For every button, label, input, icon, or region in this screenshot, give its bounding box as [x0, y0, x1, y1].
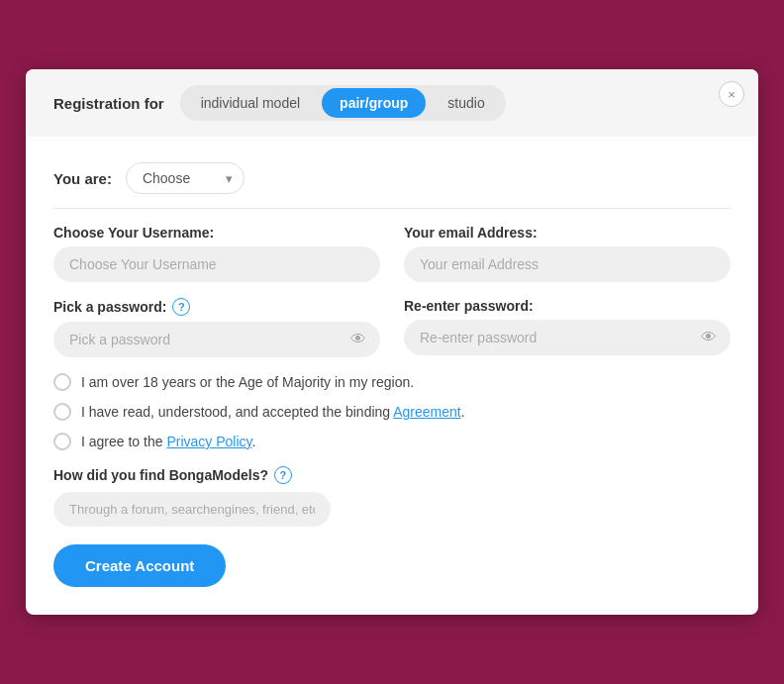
checkbox-age-text: I am over 18 years or the Age of Majorit… — [81, 374, 414, 390]
password-eye-icon[interactable]: 👁 — [350, 331, 366, 348]
email-label: Your email Address: — [404, 225, 731, 241]
email-input[interactable] — [404, 246, 731, 282]
registration-label: Registration for — [53, 95, 164, 112]
find-input[interactable] — [53, 492, 331, 527]
find-section: How did you find BongaModels? ? — [53, 466, 731, 527]
reenter-eye-icon[interactable]: 👁 — [701, 329, 717, 346]
password-help-icon[interactable]: ? — [172, 298, 190, 316]
checkbox-agreement-row: I have read, understood, and accepted th… — [53, 403, 731, 421]
find-help-icon[interactable]: ? — [274, 466, 292, 484]
checkbox-privacy-row: I agree to the Privacy Policy. — [53, 433, 731, 450]
form-grid: Choose Your Username: Your email Address… — [53, 225, 731, 357]
close-button[interactable]: × — [719, 81, 744, 107]
reenter-input[interactable] — [404, 320, 731, 355]
reenter-label: Re-enter password: — [404, 298, 731, 314]
you-are-row: You are: Choose Male Female Trans — [53, 148, 731, 204]
create-account-button[interactable]: Create Account — [53, 544, 226, 587]
reenter-wrapper: 👁 — [404, 320, 731, 355]
tab-pair[interactable]: pair/group — [322, 88, 426, 118]
registration-modal: × Registration for individual model pair… — [26, 69, 758, 615]
tab-studio[interactable]: studio — [430, 88, 502, 118]
you-are-select[interactable]: Choose Male Female Trans — [126, 162, 245, 194]
email-field-group: Your email Address: — [404, 225, 731, 282]
you-are-label: You are: — [53, 170, 112, 187]
tab-individual[interactable]: individual model — [183, 88, 318, 118]
checkbox-agreement-text: I have read, understood, and accepted th… — [81, 404, 465, 420]
agreement-link[interactable]: Agreement — [393, 404, 460, 420]
password-input[interactable] — [53, 322, 380, 357]
reenter-field-group: Re-enter password: 👁 — [404, 298, 731, 357]
password-field-group: Pick a password: ? 👁 — [53, 298, 380, 357]
checkbox-age-row: I am over 18 years or the Age of Majorit… — [53, 373, 731, 391]
close-icon: × — [728, 87, 735, 102]
checkbox-privacy-text: I agree to the Privacy Policy. — [81, 434, 255, 449]
checkbox-privacy[interactable] — [53, 433, 71, 450]
modal-header: Registration for individual model pair/g… — [26, 69, 758, 137]
username-input[interactable] — [53, 246, 380, 282]
divider — [53, 208, 731, 209]
password-wrapper: 👁 — [53, 322, 380, 357]
checkbox-section: I am over 18 years or the Age of Majorit… — [53, 373, 731, 450]
find-label: How did you find BongaModels? ? — [53, 466, 731, 484]
registration-type-tabs: individual model pair/group studio — [180, 85, 506, 121]
checkbox-agreement[interactable] — [53, 403, 71, 421]
privacy-link[interactable]: Privacy Policy — [166, 434, 251, 449]
checkbox-age[interactable] — [53, 373, 71, 391]
username-label: Choose Your Username: — [53, 225, 380, 241]
password-label: Pick a password: ? — [53, 298, 380, 316]
username-field-group: Choose Your Username: — [53, 225, 380, 282]
you-are-select-wrapper: Choose Male Female Trans — [126, 162, 245, 194]
